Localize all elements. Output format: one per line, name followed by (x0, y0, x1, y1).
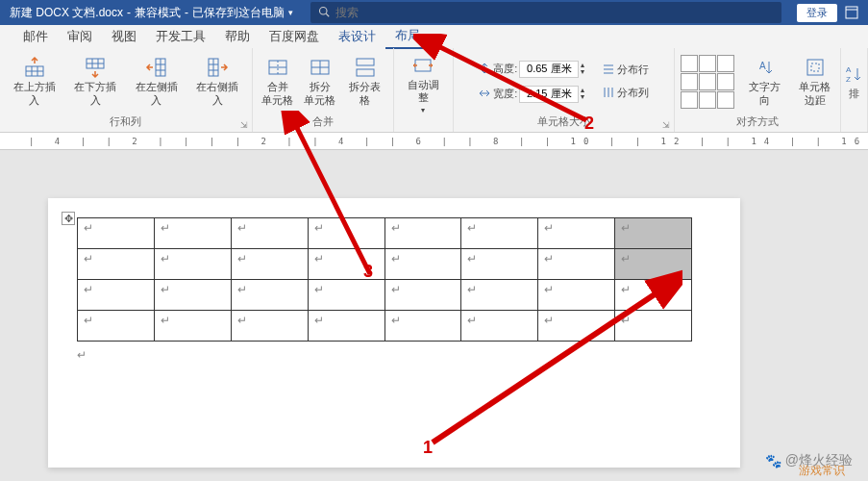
paw-icon: 🐾 (765, 453, 781, 468)
table-row: ↵ ↵ ↵ ↵ ↵ ↵ ↵ ↵ (78, 249, 692, 280)
saved-status: 已保存到这台电脑 (192, 5, 285, 21)
chevron-down-icon: ▾ (421, 106, 425, 114)
align-bottom-center[interactable] (699, 91, 716, 109)
svg-rect-36 (807, 60, 823, 75)
autofit-button[interactable]: 自动调整 ▾ (400, 52, 447, 116)
tab-developer[interactable]: 开发工具 (146, 25, 215, 48)
align-top-right[interactable] (717, 55, 734, 72)
svg-text:Z: Z (846, 75, 851, 84)
insert-above-button[interactable]: 在上方插入 (6, 54, 62, 108)
tab-table-design[interactable]: 表设计 (329, 25, 385, 48)
table-cell[interactable]: ↵ (384, 249, 461, 280)
doc-name: 新建 DOCX 文档.docx (10, 5, 123, 21)
group-autofit: 自动调整 ▾ (394, 48, 454, 132)
document-area: ✥ ↵ ↵ ↵ ↵ ↵ ↵ ↵ ↵ ↵ ↵ ↵ ↵ ↵ ↵ ↵ ↵ (0, 150, 868, 481)
table-cell[interactable]: ↵ (384, 280, 461, 311)
text-direction-button[interactable]: A 文字方向 (744, 54, 786, 108)
table-cell-selected[interactable]: ↵ (615, 218, 692, 249)
table-row: ↵ ↵ ↵ ↵ ↵ ↵ ↵ ↵ (78, 280, 692, 311)
watermark-2: 游戏常识 (799, 463, 845, 479)
table-cell[interactable]: ↵ (538, 311, 615, 342)
align-bottom-right[interactable] (717, 91, 734, 109)
distribute-rows-icon (602, 63, 615, 78)
table-move-handle[interactable]: ✥ (62, 212, 75, 225)
distribute-cols-button[interactable]: 分布列 (598, 85, 653, 102)
insert-below-button[interactable]: 在下方插入 (66, 54, 123, 108)
table-cell[interactable]: ↵ (154, 218, 231, 249)
tab-help[interactable]: 帮助 (215, 25, 260, 48)
table-cell[interactable]: ↵ (308, 249, 384, 280)
chevron-down-icon[interactable]: ▾ (288, 8, 293, 17)
group-cell-size: 高度: ▴▾ 宽度: ▴▾ 分布行 分布列 (454, 48, 675, 132)
table-cell[interactable]: ↵ (231, 218, 308, 249)
login-button[interactable]: 登录 (797, 4, 837, 22)
group-merge: 合并 单元格 拆分 单元格 拆分表格 合并 (253, 48, 394, 132)
spinner-icon[interactable]: ▴▾ (581, 88, 584, 100)
table-cell[interactable]: ↵ (231, 249, 308, 280)
insert-right-button[interactable]: 在右侧插入 (188, 54, 245, 108)
distribute-rows-button[interactable]: 分布行 (598, 62, 653, 79)
table-cell-selected[interactable]: ↵ (615, 249, 692, 280)
table-cell[interactable]: ↵ (308, 311, 384, 342)
word-table[interactable]: ↵ ↵ ↵ ↵ ↵ ↵ ↵ ↵ ↵ ↵ ↵ ↵ ↵ ↵ ↵ ↵ ↵ ↵ (77, 217, 692, 342)
search-input[interactable] (335, 6, 774, 19)
search-box[interactable] (310, 2, 781, 23)
align-top-center[interactable] (699, 55, 716, 72)
table-cell[interactable]: ↵ (538, 249, 615, 280)
svg-rect-2 (846, 7, 857, 18)
launcher-icon[interactable]: ⇲ (240, 120, 248, 130)
launcher-icon[interactable]: ⇲ (662, 120, 670, 130)
table-cell[interactable]: ↵ (154, 311, 231, 342)
align-middle-center[interactable] (699, 73, 716, 90)
table-cell[interactable]: ↵ (461, 280, 538, 311)
ribbon-display-icon[interactable] (841, 2, 862, 23)
width-input[interactable] (519, 86, 579, 103)
table-cell[interactable]: ↵ (615, 311, 692, 342)
tab-view[interactable]: 视图 (102, 25, 146, 48)
height-input[interactable] (519, 61, 579, 78)
tab-mail[interactable]: 邮件 (13, 25, 58, 48)
split-cells-button[interactable]: 拆分 单元格 (301, 54, 339, 108)
distribute-cols-icon (602, 86, 615, 101)
table-cell[interactable]: ↵ (231, 280, 308, 311)
insert-left-button[interactable]: 在左侧插入 (128, 54, 185, 108)
paragraph-mark: ↵ (77, 348, 87, 362)
table-cell[interactable]: ↵ (538, 218, 615, 249)
page[interactable]: ✥ ↵ ↵ ↵ ↵ ↵ ↵ ↵ ↵ ↵ ↵ ↵ ↵ ↵ ↵ ↵ ↵ (48, 198, 740, 468)
tab-layout[interactable]: 布局 (385, 24, 430, 49)
table-row: ↵ ↵ ↵ ↵ ↵ ↵ ↵ ↵ (78, 311, 692, 342)
table-cell[interactable]: ↵ (615, 280, 692, 311)
table-cell[interactable]: ↵ (538, 280, 615, 311)
svg-point-0 (320, 7, 328, 14)
table-cell[interactable]: ↵ (231, 311, 308, 342)
table-cell[interactable]: ↵ (461, 311, 538, 342)
svg-rect-28 (415, 60, 431, 71)
align-middle-right[interactable] (717, 73, 734, 90)
tab-baidu[interactable]: 百度网盘 (260, 25, 329, 48)
tab-review[interactable]: 审阅 (58, 25, 102, 48)
table-cell[interactable]: ↵ (154, 280, 231, 311)
svg-rect-26 (357, 59, 374, 65)
table-cell[interactable]: ↵ (78, 249, 155, 280)
ribbon-tabs: 邮件 审阅 视图 开发工具 帮助 百度网盘 表设计 布局 (0, 25, 868, 48)
spinner-icon[interactable]: ▴▾ (581, 63, 584, 75)
table-cell[interactable]: ↵ (78, 218, 155, 249)
split-table-button[interactable]: 拆分表格 (343, 54, 387, 108)
table-cell[interactable]: ↵ (384, 218, 461, 249)
table-cell[interactable]: ↵ (461, 218, 538, 249)
cell-margins-button[interactable]: 单元格 边距 (796, 54, 834, 108)
table-cell[interactable]: ↵ (308, 218, 384, 249)
merge-cells-button[interactable]: 合并 单元格 (259, 54, 297, 108)
align-bottom-left[interactable] (681, 91, 698, 109)
align-middle-left[interactable] (681, 73, 698, 90)
sort-button[interactable]: AZ 排 (841, 61, 869, 102)
table-cell[interactable]: ↵ (461, 249, 538, 280)
table-cell[interactable]: ↵ (384, 311, 461, 342)
align-top-left[interactable] (681, 55, 698, 72)
table-cell[interactable]: ↵ (308, 280, 384, 311)
horizontal-ruler[interactable]: | 4 | | 2 | | | | 2 | | 4 | | 6 | | 8 | … (0, 133, 868, 150)
table-cell[interactable]: ↵ (78, 280, 155, 311)
table-cell[interactable]: ↵ (78, 311, 155, 342)
table-cell[interactable]: ↵ (154, 249, 231, 280)
svg-rect-37 (811, 63, 819, 71)
